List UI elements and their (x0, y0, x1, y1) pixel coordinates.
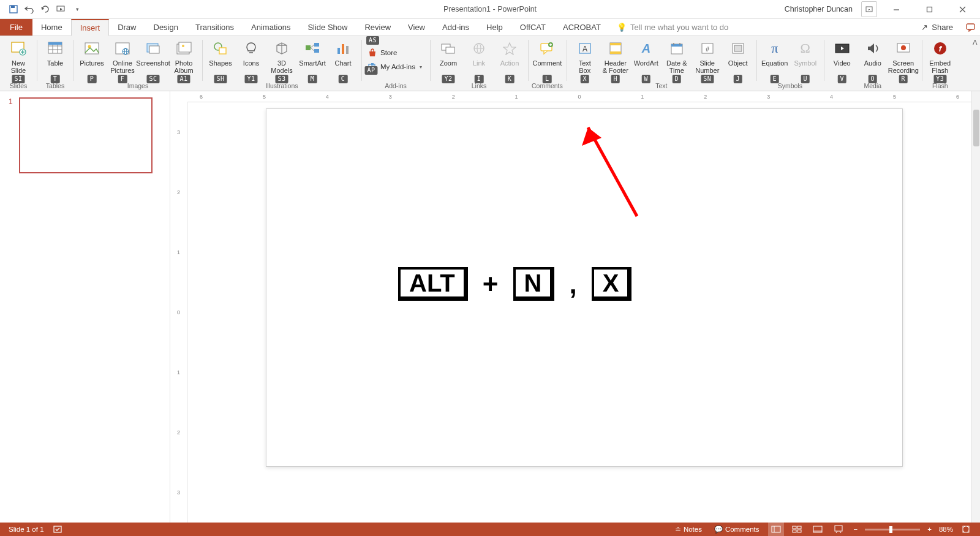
3d-models-icon (272, 39, 292, 58)
slide-number-button[interactable]: # Slide Number SN (693, 37, 722, 82)
screenshot-button[interactable]: Screenshot SC (138, 37, 168, 82)
tab-offcat[interactable]: OffCAT (511, 19, 554, 36)
save-icon[interactable] (9, 4, 18, 14)
video-button[interactable]: Video V (827, 37, 857, 82)
shapes-button[interactable]: Shapes SH (206, 37, 235, 82)
tab-design[interactable]: Design (145, 19, 187, 36)
comment-button[interactable]: Comment L (532, 37, 562, 82)
photo-album-button[interactable]: Photo Album A1 (169, 37, 198, 82)
svg-rect-79 (797, 530, 801, 532)
symbol-button: Ω Symbol U (791, 37, 820, 82)
date-time-button[interactable]: Date & Time D (662, 37, 692, 82)
header-footer-button[interactable]: Header & Footer H (601, 37, 630, 82)
wordart-button[interactable]: A WordArt W (631, 37, 661, 82)
reading-view-button[interactable] (810, 523, 826, 536)
svg-text:A: A (641, 42, 650, 55)
share-icon: ↗ (921, 23, 928, 32)
ribbon-display-options-icon[interactable] (861, 1, 877, 17)
tab-help[interactable]: Help (478, 19, 511, 36)
normal-view-button[interactable] (768, 523, 784, 536)
svg-rect-26 (149, 46, 159, 53)
collapse-ribbon-icon[interactable]: ᐱ (973, 39, 978, 47)
comments-button[interactable]: 💬 Comments (710, 523, 763, 536)
equation-button[interactable]: π Equation E (760, 37, 790, 82)
svg-line-37 (311, 48, 314, 51)
spellcheck-icon[interactable] (53, 525, 62, 534)
tab-file[interactable]: File (0, 19, 32, 36)
minimize-button[interactable] (882, 0, 910, 19)
slide-thumbnail-1[interactable] (19, 97, 153, 173)
qat-dropdown-icon[interactable]: ▾ (72, 4, 82, 14)
tab-transitions[interactable]: Transitions (187, 19, 243, 36)
photo-album-icon (174, 39, 194, 58)
svg-text:A: A (582, 45, 587, 53)
comment-icon (537, 39, 557, 58)
tab-view[interactable]: View (399, 19, 434, 36)
zoom-in-button[interactable]: + (925, 526, 934, 533)
user-name[interactable]: Christopher Duncan (785, 5, 853, 13)
fit-to-window-button[interactable] (958, 523, 974, 536)
tab-addins[interactable]: Add-ins (434, 19, 478, 36)
svg-rect-42 (371, 63, 374, 66)
comments-pane-button[interactable] (962, 19, 980, 36)
icons-button[interactable]: Icons Y1 (236, 37, 266, 82)
horizontal-ruler[interactable]: 6543210123456 (187, 91, 971, 102)
notes-button[interactable]: ≐ Notes (671, 523, 706, 536)
zoom-slider-knob[interactable] (889, 526, 892, 533)
zoom-level[interactable]: 88% (939, 526, 953, 533)
equation-icon: π (765, 39, 785, 58)
vertical-scrollbar[interactable] (971, 91, 980, 523)
my-addins-button[interactable]: My Add-ins ▾ AP (365, 60, 426, 74)
group-slides: New Slide SI Slides (0, 36, 37, 91)
pictures-button[interactable]: Pictures P (77, 37, 107, 82)
maximize-button[interactable] (915, 0, 943, 19)
svg-line-71 (588, 127, 637, 216)
zoom-out-button[interactable]: − (851, 526, 861, 533)
action-icon (500, 39, 519, 58)
slideshow-view-button[interactable] (831, 523, 846, 536)
scrollbar-thumb[interactable] (973, 110, 979, 146)
object-button[interactable]: Object J (723, 37, 753, 82)
redo-icon[interactable] (40, 4, 50, 14)
zoom-button[interactable]: Zoom Y2 (434, 37, 463, 82)
close-button[interactable] (948, 0, 976, 19)
online-pictures-button[interactable]: Online Pictures F (108, 37, 137, 82)
start-from-beginning-icon[interactable] (56, 4, 66, 14)
audio-button[interactable]: Audio O (858, 37, 888, 82)
keytip: SI (12, 75, 24, 83)
slide-counter[interactable]: Slide 1 of 1 (9, 526, 44, 533)
flash-icon: f (930, 39, 950, 58)
svg-rect-18 (48, 42, 62, 45)
smartart-button[interactable]: SmartArt M (298, 37, 327, 82)
slide-canvas[interactable]: ALT + N , X (266, 108, 903, 467)
table-button[interactable]: Table T (40, 37, 70, 82)
embed-flash-button[interactable]: f Embed Flash Y3 (925, 37, 955, 82)
slide-sorter-view-button[interactable] (789, 523, 805, 536)
chart-button[interactable]: Chart C (328, 37, 358, 82)
tell-me-search[interactable]: 💡 Tell me what you want to do (617, 19, 728, 36)
svg-rect-59 (671, 44, 682, 47)
undo-icon[interactable] (24, 4, 34, 14)
store-button[interactable]: AS Store (365, 46, 426, 59)
svg-rect-73 (54, 526, 61, 532)
new-slide-button[interactable]: New Slide SI (4, 37, 33, 82)
tab-insert[interactable]: Insert (71, 19, 110, 36)
vertical-ruler[interactable]: 3210123 (170, 102, 187, 523)
3d-models-button[interactable]: 3D Models S3 (267, 37, 296, 82)
workspace: 1 6543210123456 3210123 ALT + N (0, 91, 980, 523)
svg-rect-8 (967, 24, 974, 29)
screen-recording-button[interactable]: Screen Recording R (889, 37, 918, 82)
text-box-button[interactable]: A Text Box X (570, 37, 600, 82)
zoom-slider[interactable] (865, 529, 920, 530)
tab-animations[interactable]: Animations (243, 19, 299, 36)
svg-rect-65 (734, 45, 742, 51)
slide-thumbnail-panel[interactable]: 1 (0, 91, 170, 523)
tab-review[interactable]: Review (356, 19, 399, 36)
svg-text:#: # (706, 45, 710, 53)
tab-draw[interactable]: Draw (109, 19, 145, 36)
tab-acrobat[interactable]: ACROBAT (554, 19, 609, 36)
share-button[interactable]: ↗ Share (913, 19, 962, 36)
tab-slideshow[interactable]: Slide Show (299, 19, 356, 36)
tab-home[interactable]: Home (32, 19, 71, 36)
group-links: Zoom Y2 Link I Action K Links (430, 36, 528, 91)
